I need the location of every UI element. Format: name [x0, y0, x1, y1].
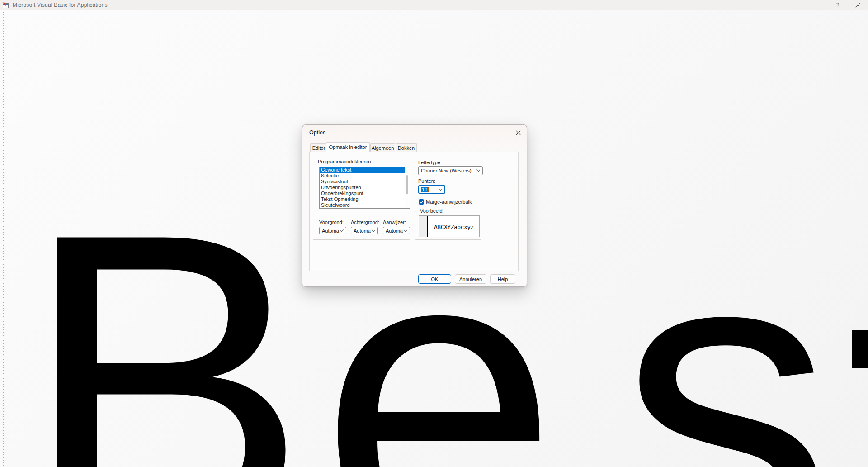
tab-opmaak-in-editor[interactable]: Opmaak in editor [326, 142, 370, 152]
size-value: 10 [421, 187, 428, 192]
preview-sample-text: ABCXYZabcxyz [434, 224, 474, 230]
chevron-down-icon [340, 228, 344, 231]
size-label: Punten: [418, 178, 435, 184]
vba-main-window: Microsoft Visual Basic for Applications [0, 0, 868, 467]
tab-editor[interactable]: Editor [310, 143, 327, 152]
list-item-tekst-opmerking[interactable]: Tekst Opmerking [320, 196, 410, 202]
margin-bar-checkbox[interactable] [419, 199, 424, 205]
list-item-selectie[interactable]: Selectie [320, 173, 410, 179]
dialog-close-icon[interactable] [514, 129, 522, 137]
ok-button[interactable]: OK [418, 274, 451, 284]
list-item-gewone-tekst[interactable]: Gewone tekst [320, 167, 410, 173]
window-titlebar: Microsoft Visual Basic for Applications [0, 0, 868, 10]
help-button[interactable]: Help [490, 274, 515, 284]
giant-letter-t-fragment [852, 330, 868, 368]
options-dialog: Opties Editor Opmaak in editor Algemeen … [302, 124, 527, 287]
giant-letter-s: s [618, 158, 833, 467]
size-combobox[interactable]: 10 [418, 185, 445, 194]
preview-box: ABCXYZabcxyz [419, 215, 480, 237]
restore-icon[interactable] [826, 0, 847, 10]
preview-group: Voorbeeld ABCXYZabcxyz [415, 211, 481, 240]
giant-letter-b: B [22, 144, 308, 467]
background-dropdown[interactable]: Automa [351, 227, 378, 234]
chevron-down-icon [439, 186, 442, 190]
minimize-icon[interactable] [806, 0, 826, 10]
dialog-title: Opties [309, 129, 326, 136]
list-scrollbar[interactable] [405, 167, 410, 208]
font-dropdown[interactable]: Courier New (Westers) [418, 166, 483, 175]
cancel-button[interactable]: Annuleren [455, 274, 486, 284]
code-colors-listbox: Gewone tekst Selectie Syntaxisfout Uitvo… [319, 167, 410, 209]
margin-bar-label: Marge-aanwijzerbalk [426, 199, 472, 205]
tab-algemeen[interactable]: Algemeen [370, 143, 395, 152]
mdi-canvas: B e s Opties Editor Opmaak in editor Alg… [0, 10, 868, 467]
list-item-sleutelwoord[interactable]: Sleutelwoord [320, 202, 410, 208]
background-label: Achtergrond: [351, 219, 379, 225]
list-item-uitvoeringspunten[interactable]: Uitvoeringspunten [320, 185, 410, 191]
preview-group-label: Voorbeeld [419, 208, 444, 214]
window-controls [806, 0, 868, 10]
text-caret [428, 187, 429, 192]
vba-app-icon [2, 2, 9, 9]
tab-dokken[interactable]: Dokken [396, 143, 417, 152]
dock-edge-dotted-line [3, 12, 4, 467]
indicator-label: Aanwijzer: [383, 219, 406, 225]
list-item-syntaxisfout[interactable]: Syntaxisfout [320, 179, 410, 185]
foreground-label: Voorgrond: [319, 219, 344, 225]
code-colors-group: Programmacodekleuren Gewone tekst Select… [313, 162, 410, 240]
chevron-down-icon [476, 168, 480, 172]
code-colors-group-label: Programmacodekleuren [316, 159, 372, 164]
chevron-down-icon [372, 228, 375, 231]
font-label: Lettertype: [418, 160, 442, 165]
indicator-dropdown[interactable]: Automa [383, 227, 410, 234]
chevron-down-icon [404, 228, 407, 231]
close-icon[interactable] [847, 0, 868, 10]
tab-content-panel: Programmacodekleuren Gewone tekst Select… [309, 152, 519, 271]
list-item-onderbrekingspunt[interactable]: Onderbrekingspunt [320, 191, 410, 196]
list-scrollbar-thumb[interactable] [406, 175, 408, 194]
window-title: Microsoft Visual Basic for Applications [13, 2, 108, 8]
margin-indicator-strip [419, 216, 428, 237]
foreground-dropdown[interactable]: Automa [319, 227, 346, 234]
